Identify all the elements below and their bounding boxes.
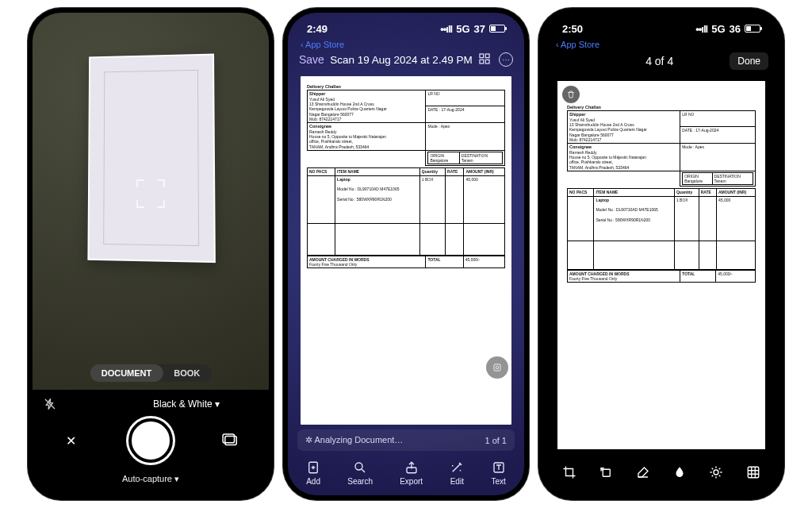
delete-page-icon[interactable]: [562, 86, 580, 103]
mode-document[interactable]: DOCUMENT: [90, 364, 163, 382]
text-button[interactable]: Text: [492, 460, 506, 486]
edit-header: 4 of 4 Done: [543, 49, 779, 78]
scan-title: Scan 19 Aug 2024 at 2.49 PM: [324, 54, 478, 66]
svg-rect-16: [603, 469, 611, 476]
analyzing-label: ✲ Analyzing Document…: [305, 435, 403, 445]
clock: 2:49: [307, 23, 327, 35]
scanned-document: Delivery Challan Shipper Yusuf Ali Syed …: [301, 76, 511, 425]
analyzing-banner: ✲ Analyzing Document… 1 of 1: [297, 429, 515, 451]
signal-icon: ••ıll: [440, 23, 452, 35]
status-right: ••ıll 5G 36: [695, 23, 760, 35]
page-counter: 4 of 4: [645, 55, 673, 67]
camera-viewport[interactable]: DOCUMENT BOOK: [33, 13, 269, 390]
network-label: 5G: [711, 23, 725, 35]
edit-button[interactable]: Edit: [450, 460, 464, 486]
filters-grid-icon[interactable]: [745, 464, 762, 481]
battery-icon: [489, 25, 505, 33]
share-icon: [404, 460, 419, 475]
status-right: ••ıll 5G 37: [440, 23, 505, 35]
preview-header: Save Scan 19 Aug 2024 at 2.49 PM ⋯: [288, 49, 524, 73]
document-canvas: Delivery Challan Shipper Yusuf Ali Syed …: [557, 81, 765, 449]
document-preview-pane[interactable]: Delivery Challan Shipper Yusuf Ali Syed …: [288, 73, 524, 425]
export-button[interactable]: Export: [400, 460, 423, 486]
network-label: 5G: [456, 23, 469, 35]
auto-capture-toggle[interactable]: Auto-capture ▾: [33, 471, 269, 484]
back-to-appstore[interactable]: ‹ App Store: [288, 40, 524, 49]
enhance-icon[interactable]: [486, 356, 508, 379]
back-to-appstore[interactable]: ‹ App Store: [543, 40, 779, 49]
capture-mode-segmented[interactable]: DOCUMENT BOOK: [90, 364, 212, 382]
done-button[interactable]: Done: [730, 52, 768, 70]
text-icon: [492, 460, 506, 475]
save-button[interactable]: Save: [299, 53, 324, 66]
crop-icon[interactable]: [561, 464, 578, 481]
phone-scan-edit: 2:50 ••ıll 5G 36 ‹ App Store 4 of 4 Done…: [538, 8, 784, 500]
search-button[interactable]: Search: [347, 460, 373, 486]
svg-rect-5: [480, 60, 484, 64]
phone-scan-capture: DOCUMENT BOOK Black & White ▾ ✕ Auto-cap…: [28, 8, 274, 500]
more-menu-icon[interactable]: ⋯: [499, 52, 513, 67]
phone-scan-preview: 2:49 ••ıll 5G 37 ‹ App Store Save Scan 1…: [283, 8, 529, 500]
battery-pct: 36: [730, 23, 741, 35]
eraser-icon[interactable]: [634, 464, 652, 481]
screen-1: DOCUMENT BOOK Black & White ▾ ✕ Auto-cap…: [33, 13, 269, 495]
svg-line-13: [362, 469, 365, 472]
mode-book[interactable]: BOOK: [163, 364, 211, 382]
battery-icon: [745, 25, 760, 33]
scanned-document: Delivery Challan Shipper Yusuf Ali Syed …: [564, 103, 759, 284]
svg-rect-7: [494, 364, 500, 371]
focus-reticle: [136, 179, 165, 208]
search-icon: [353, 460, 367, 475]
brightness-icon[interactable]: [707, 464, 725, 481]
grid-icon[interactable]: [478, 52, 491, 67]
svg-point-12: [355, 463, 362, 470]
capture-bottom-bar: Black & White ▾ ✕ Auto-capture ▾: [33, 390, 269, 495]
screen-3: 2:50 ••ıll 5G 36 ‹ App Store 4 of 4 Done…: [543, 13, 779, 495]
screen-2: 2:49 ••ıll 5G 37 ‹ App Store Save Scan 1…: [288, 13, 524, 495]
svg-point-17: [714, 470, 718, 475]
add-button[interactable]: Add: [306, 460, 320, 486]
svg-rect-18: [748, 467, 759, 478]
detected-document-overlay: [87, 54, 215, 264]
battery-pct: 37: [474, 23, 485, 35]
rotate-icon[interactable]: [597, 464, 615, 481]
svg-rect-6: [485, 60, 489, 64]
wand-icon: [450, 460, 464, 475]
flash-off-icon[interactable]: [44, 398, 59, 410]
add-page-icon: [306, 460, 320, 475]
preview-toolbar: Add Search Export Edit Text: [288, 456, 524, 495]
svg-rect-3: [480, 54, 484, 58]
filter-selector[interactable]: Black & White ▾: [153, 398, 220, 410]
doc-title: Delivery Challan: [307, 84, 505, 90]
clock: 2:50: [562, 23, 583, 35]
gallery-icon[interactable]: [220, 429, 242, 452]
svg-point-8: [496, 366, 499, 369]
svg-rect-4: [485, 54, 489, 58]
signal-icon: ••ıll: [695, 23, 707, 35]
close-button[interactable]: ✕: [59, 429, 82, 452]
edit-document-pane[interactable]: Delivery Challan Shipper Yusuf Ali Syed …: [543, 78, 779, 452]
edit-toolbar: [543, 452, 779, 495]
page-indicator: 1 of 1: [485, 436, 507, 445]
blur-icon[interactable]: [671, 464, 688, 481]
shutter-button[interactable]: [128, 418, 173, 463]
